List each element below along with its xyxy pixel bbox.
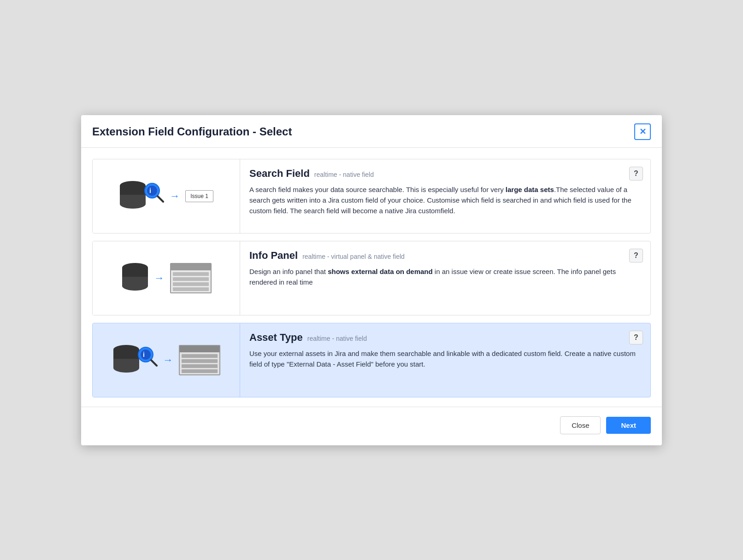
asset-type-subtitle: realtime - native field xyxy=(307,335,367,342)
info-panel-content: Info Panel realtime - virtual panel & na… xyxy=(240,241,650,315)
asset-type-card[interactable]: i → Asset Type r xyxy=(92,323,651,397)
svg-point-4 xyxy=(120,199,146,209)
panel-preview xyxy=(170,263,212,293)
search-field-subtitle: realtime - native field xyxy=(314,171,374,178)
svg-point-20 xyxy=(141,350,151,360)
asset-type-help-button[interactable]: ? xyxy=(629,331,643,344)
svg-point-13 xyxy=(122,281,148,291)
db-icon-search xyxy=(119,180,147,212)
asset-type-title: Asset Type xyxy=(249,332,303,344)
asset-type-content: Asset Type realtime - native field Use y… xyxy=(240,323,650,397)
close-button[interactable]: Close xyxy=(560,416,601,434)
info-panel-title: Info Panel xyxy=(249,250,298,262)
magnifier-icon-asset: i xyxy=(136,345,158,367)
info-panel-subtitle: realtime - virtual panel & native field xyxy=(302,253,405,260)
asset-type-desc: Use your external assets in Jira and mak… xyxy=(249,348,643,370)
svg-text:i: i xyxy=(149,187,151,194)
asset-type-title-row: Asset Type realtime - native field xyxy=(249,332,643,344)
info-panel-help-button[interactable]: ? xyxy=(629,249,643,262)
extension-field-dialog: Extension Field Configuration - Select ✕ xyxy=(81,115,662,445)
info-panel-card[interactable]: → Info Panel realtime - virtual panel & … xyxy=(92,241,651,315)
db-icon-asset xyxy=(112,344,140,376)
search-field-title-row: Search Field realtime - native field xyxy=(249,168,643,180)
info-panel-title-row: Info Panel realtime - virtual panel & na… xyxy=(249,250,643,262)
search-field-help-button[interactable]: ? xyxy=(629,167,643,181)
info-panel-illustration: → xyxy=(93,241,240,315)
info-panel-desc: Design an info panel that shows external… xyxy=(249,266,643,288)
search-field-card[interactable]: i → Issue 1 Search Field realtime - nati… xyxy=(92,159,651,233)
dialog-footer: Close Next xyxy=(81,407,662,445)
svg-point-6 xyxy=(147,186,157,196)
search-field-desc: A search field makes your data source se… xyxy=(249,184,643,216)
arrow-icon-asset: → xyxy=(163,354,173,366)
search-field-illustration: i → Issue 1 xyxy=(93,159,240,233)
svg-text:i: i xyxy=(143,351,145,358)
svg-point-18 xyxy=(113,363,139,373)
magnifier-icon: i xyxy=(143,181,164,203)
issue-label: Issue 1 xyxy=(185,190,213,202)
asset-panel-preview xyxy=(179,345,220,375)
svg-line-8 xyxy=(158,196,163,202)
dialog-body: i → Issue 1 Search Field realtime - nati… xyxy=(81,148,662,397)
arrow-icon-info: → xyxy=(154,272,165,284)
next-button[interactable]: Next xyxy=(606,417,651,434)
db-icon-info xyxy=(121,262,149,294)
close-icon-button[interactable]: ✕ xyxy=(634,123,651,140)
search-field-title: Search Field xyxy=(249,168,310,180)
dialog-header: Extension Field Configuration - Select ✕ xyxy=(81,115,662,148)
dialog-title: Extension Field Configuration - Select xyxy=(92,125,292,138)
svg-line-22 xyxy=(151,360,157,366)
asset-type-illustration: i → xyxy=(93,323,240,397)
arrow-icon: → xyxy=(170,190,180,202)
search-field-content: Search Field realtime - native field A s… xyxy=(240,159,650,233)
